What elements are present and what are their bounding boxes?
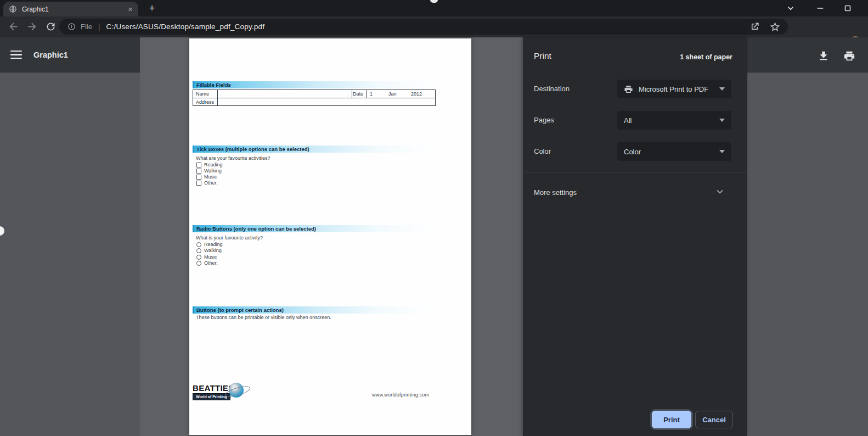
pdf-document-title: Graphic1 [33,51,68,59]
browser-window: Graphic1 × + File | C:/Users/ASUS/Deskto… [0,0,868,436]
forward-icon[interactable] [26,21,38,32]
print-preview-area: Fillable Fields Name Date 1 Jan 2012 Add… [140,37,523,436]
section-title: Fillable Fields [194,81,436,88]
buttons-description: These buttons can be printable or visibl… [196,315,331,320]
date-month-field[interactable]: Jan [388,91,397,97]
destination-dropdown[interactable]: Microsoft Print to PDF [617,80,731,98]
option-label: Reading [204,162,223,167]
checkbox-icon[interactable] [196,169,201,174]
print-settings-panel: Print 1 sheet of paper Destination Micro… [523,37,747,436]
menu-hamburger-icon[interactable] [10,51,22,59]
radio-icon[interactable] [196,261,201,266]
section-title: Buttons (to prompt certain actions) [194,306,436,314]
stray-highlight-left [0,226,4,236]
destination-label: Destination [534,85,570,93]
section-title: Radio Buttons (only one option can be se… [194,225,436,232]
tab-search-chevron-icon[interactable] [786,3,796,13]
date-label: Date [353,91,363,97]
checkbox-option: Other: [196,180,218,186]
tick-question: What are your favourite activities? [196,155,270,161]
destination-value: Microsoft Print to PDF [639,85,708,93]
download-icon[interactable] [818,50,830,62]
section-header-buttons: Buttons (to prompt certain actions) [193,306,436,314]
checkbox-icon[interactable] [196,175,201,180]
radio-option: Walking [196,248,222,253]
browser-tab[interactable]: Graphic1 × [3,2,138,16]
maximize-icon[interactable] [843,3,853,13]
url-text[interactable]: C:/Users/ASUS/Desktop/sample_pdf_Copy.pd… [106,23,265,31]
printer-icon [624,85,633,94]
pages-label: Pages [534,116,554,124]
url-scheme-label: File [81,23,92,31]
table-col-divider [352,90,352,98]
print-button[interactable]: Print [652,411,691,428]
print-icon[interactable] [843,50,855,62]
new-tab-button[interactable]: + [145,1,159,15]
reload-icon[interactable] [45,21,57,32]
chevron-down-icon [719,150,725,153]
fillable-table: Name Date 1 Jan 2012 Address [193,90,436,106]
pages-value: All [624,116,632,125]
color-dropdown[interactable]: Color [617,142,731,161]
tab-title: Graphic1 [22,5,128,13]
date-day-field[interactable]: 1 [370,91,373,97]
checkbox-icon[interactable] [196,181,201,186]
panel-divider [523,172,747,172]
radio-icon[interactable] [196,255,201,260]
date-year-field[interactable]: 2012 [411,91,422,97]
table-row-divider [193,98,435,98]
radio-icon[interactable] [196,248,201,253]
section-header-radio-buttons: Radio Buttons (only one option can be se… [193,225,436,232]
table-col-divider [367,90,367,98]
checkbox-option: Reading [196,162,223,167]
browser-toolbar: File | C:/Users/ASUS/Desktop/sample_pdf_… [0,16,868,37]
pdf-toolbar-left: Graphic1 [0,37,140,72]
share-icon[interactable] [749,21,760,32]
option-label: Music [204,174,217,180]
sheet-count: 1 sheet of paper [680,53,732,61]
radio-option: Music [196,254,217,260]
address-label: Address [196,99,214,105]
pdf-viewer-background: Graphic1 Fillable Fields Name Date 1 Jan [0,37,868,436]
radio-icon[interactable] [196,242,201,247]
chevron-down-icon [719,119,725,122]
option-label: Music [204,254,217,260]
website-url: www.worldofprinting.com [372,392,429,398]
pdf-page-preview: Fillable Fields Name Date 1 Jan 2012 Add… [189,38,471,435]
option-label: Other: [204,260,218,266]
color-label: Color [534,147,551,155]
print-dialog-title: Print [534,51,551,61]
tab-strip: Graphic1 × + [0,0,868,16]
radio-question: What is your favourite activity? [196,235,263,241]
checkbox-option: Walking [196,168,222,174]
pages-dropdown[interactable]: All [617,111,731,130]
color-value: Color [624,148,641,156]
pdf-toolbar-right [747,37,868,72]
info-icon[interactable] [67,23,76,31]
tab-close-icon[interactable]: × [128,5,133,13]
more-settings-button[interactable]: More settings [534,188,577,197]
checkbox-option: Music [196,174,217,180]
globe-favicon-icon [9,5,17,13]
checkbox-icon[interactable] [196,163,201,167]
stray-highlight-top [430,0,438,3]
radio-option: Reading [196,242,223,247]
section-title: Tick Boxes (multiple options can be sele… [194,146,436,153]
minimize-icon[interactable] [815,3,825,13]
bookmark-star-icon[interactable] [770,21,780,32]
option-label: Reading [204,242,223,247]
name-label: Name [196,91,209,97]
section-header-tick-boxes: Tick Boxes (multiple options can be sele… [193,146,436,153]
chevron-down-icon [719,87,725,91]
back-icon[interactable] [8,21,19,32]
chevron-down-icon[interactable] [717,189,723,194]
option-label: Walking [204,248,222,253]
address-bar[interactable]: File | C:/Users/ASUS/Desktop/sample_pdf_… [59,19,788,35]
radio-option: Other: [196,260,218,266]
url-divider: | [98,23,100,31]
option-label: Walking [204,168,222,174]
cancel-button[interactable]: Cancel [695,411,733,428]
section-header-fillable: Fillable Fields [193,81,436,88]
option-label: Other: [204,180,218,186]
table-col-divider [217,90,218,105]
